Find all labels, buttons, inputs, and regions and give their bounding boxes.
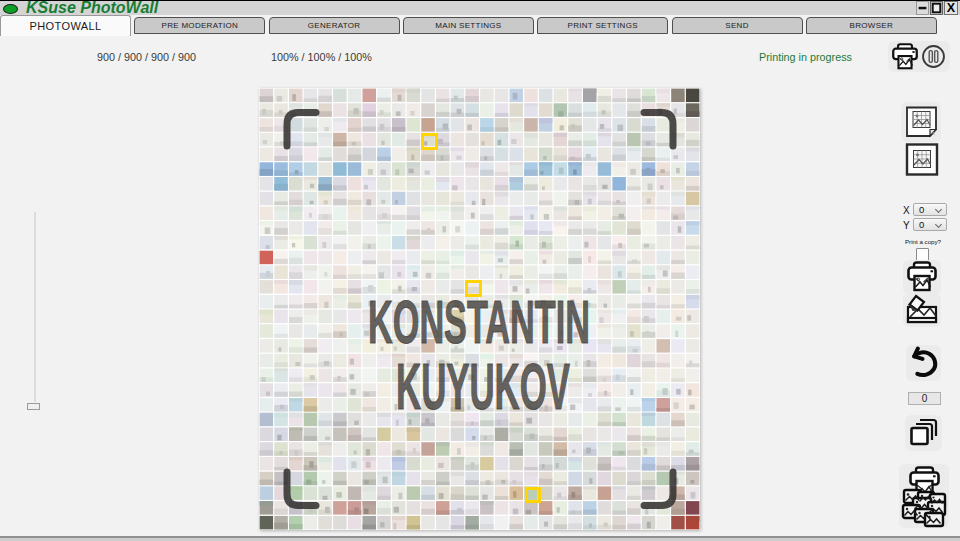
svg-text:KUYUKOV: KUYUKOV (396, 351, 570, 423)
svg-text:KONSTANTIN: KONSTANTIN (368, 288, 590, 356)
svg-text:X: X (947, 1, 956, 15)
